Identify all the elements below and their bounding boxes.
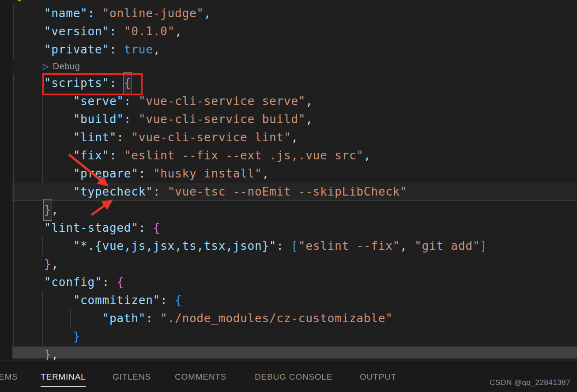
- code-line[interactable]: "private": true,: [12, 41, 577, 59]
- code-token: [15, 203, 44, 216]
- code-token: {: [117, 275, 124, 289]
- code-line[interactable]: "commitizen": {: [12, 291, 577, 309]
- watermark: CSDN @qq_22841387: [490, 378, 570, 387]
- code-line[interactable]: "name": "online-judge",: [12, 4, 577, 23]
- code-line[interactable]: "*.{vue,js,jsx,ts,tsx,json}": ["eslint -…: [12, 237, 577, 255]
- code-token: :: [109, 43, 124, 56]
- code-line[interactable]: "fix": "eslint --fix --ext .js,.vue src"…: [12, 147, 577, 165]
- code-token: "commitizen": [15, 294, 160, 307]
- codelens-label: Debug: [53, 57, 80, 75]
- code-token: :: [124, 94, 139, 108]
- code-token: "lint-staged": [15, 221, 139, 234]
- indent-guide: [13, 5, 14, 58]
- code-token: "online-judge": [102, 7, 204, 20]
- code-line[interactable]: },: [12, 255, 577, 273]
- code-token: :: [160, 294, 175, 307]
- bottom-panel: EMS TERMINAL GITLENS COMMENTS DEBUG CONS…: [0, 360, 577, 392]
- code-token: ,: [175, 25, 182, 38]
- code-token: "0.1.0": [124, 25, 175, 38]
- code-line[interactable]: "config": {: [12, 273, 577, 291]
- matched-bracket: }: [44, 200, 52, 220]
- code-token: }: [44, 348, 51, 360]
- code-token: :: [124, 113, 139, 126]
- code-token: :: [109, 25, 124, 38]
- code-token: "fix": [15, 149, 109, 162]
- code-editor[interactable]: { "name": "online-judge", "version": "0.…: [0, 0, 577, 360]
- code-token: ,: [51, 203, 58, 216]
- codelens-debug-link[interactable]: ▷Debug: [12, 59, 577, 74]
- code-line[interactable]: {: [12, 0, 577, 4]
- code-line[interactable]: "prepare": "husky install",: [12, 165, 577, 183]
- code-token: "serve": [15, 94, 124, 108]
- code-token: {: [175, 294, 182, 307]
- code-token: "name": [15, 7, 88, 20]
- code-token: "prepare": [15, 167, 139, 180]
- code-token: :: [139, 221, 153, 234]
- indent-guide: [13, 74, 14, 347]
- panel-tab-debug-console[interactable]: DEBUG CONSOLE: [255, 372, 332, 382]
- play-outline-icon: ▷: [43, 57, 49, 75]
- code-token: [: [291, 239, 298, 253]
- code-token: {: [153, 221, 160, 234]
- code-token: "vue-tsc --noEmit --skipLibCheck": [168, 185, 407, 198]
- code-token: "path": [15, 312, 146, 325]
- code-token: "config": [15, 275, 102, 289]
- code-line[interactable]: "lint": "vue-cli-service lint",: [12, 128, 577, 147]
- code-token: :: [153, 185, 168, 198]
- code-token: "vue-cli-service build": [139, 113, 305, 126]
- panel-tab-comments[interactable]: COMMENTS: [175, 372, 226, 382]
- code-token: :: [139, 167, 153, 180]
- code-token: "lint": [15, 131, 117, 144]
- code-token: ,: [51, 257, 58, 271]
- code-token: :: [276, 239, 291, 253]
- annotation-red-box: [42, 73, 143, 95]
- panel-tab-gitlens[interactable]: GITLENS: [113, 372, 151, 382]
- code-token: [15, 330, 73, 343]
- code-line[interactable]: "build": "vue-cli-service build",: [12, 110, 577, 128]
- indent-guide: [42, 291, 43, 346]
- panel-tab-output[interactable]: OUTPUT: [360, 372, 396, 382]
- code-token: [15, 348, 44, 360]
- code-token: "build": [15, 113, 124, 126]
- code-token: "git add": [415, 239, 480, 253]
- code-line[interactable]: "version": "0.1.0",: [12, 23, 577, 41]
- code-token: [15, 257, 44, 271]
- panel-tab-terminal[interactable]: TERMINAL: [41, 372, 86, 387]
- code-token: ,: [305, 94, 313, 108]
- code-token: ,: [204, 7, 211, 20]
- code-token: :: [102, 275, 117, 289]
- code-token: ,: [400, 239, 415, 253]
- code-token: :: [117, 131, 131, 144]
- code-line[interactable]: "lint-staged": {: [12, 219, 577, 237]
- code-token: "husky install": [153, 167, 262, 180]
- code-token: "vue-cli-service serve": [139, 94, 305, 108]
- code-line[interactable]: },: [12, 201, 577, 219]
- code-token: true: [124, 43, 153, 56]
- code-token: "*.{vue,js,jsx,ts,tsx,json}": [15, 239, 276, 253]
- code-token: ,: [153, 43, 160, 56]
- code-line[interactable]: "path": "./node_modules/cz-customizable": [12, 309, 577, 328]
- code-token: "./node_modules/cz-customizable": [160, 312, 393, 325]
- code-token: }: [73, 330, 80, 343]
- code-token: ]: [480, 239, 487, 253]
- code-lines: { "name": "online-judge", "version": "0.…: [12, 0, 577, 360]
- panel-tab-problems[interactable]: EMS: [0, 372, 18, 382]
- code-token: :: [146, 312, 160, 325]
- indent-guide: [42, 237, 43, 255]
- code-token: "version": [15, 25, 109, 38]
- code-line-current[interactable]: "typecheck": "vue-tsc --noEmit --skipLib…: [12, 183, 577, 201]
- code-token: }: [44, 257, 51, 271]
- code-token: :: [109, 149, 124, 162]
- code-token: "typecheck": [15, 185, 153, 198]
- code-line[interactable]: },: [12, 346, 577, 360]
- code-token: ,: [364, 149, 371, 162]
- indent-guide: [70, 309, 71, 328]
- code-token: :: [88, 7, 102, 20]
- editor-gutter: [0, 0, 12, 360]
- code-token: ,: [291, 131, 298, 144]
- code-token: "eslint --fix --ext .js,.vue src": [124, 149, 364, 162]
- indent-guide: [42, 93, 43, 183]
- code-line[interactable]: }: [12, 328, 577, 346]
- code-token: "vue-cli-service lint": [131, 131, 291, 144]
- code-token: "private": [15, 43, 109, 56]
